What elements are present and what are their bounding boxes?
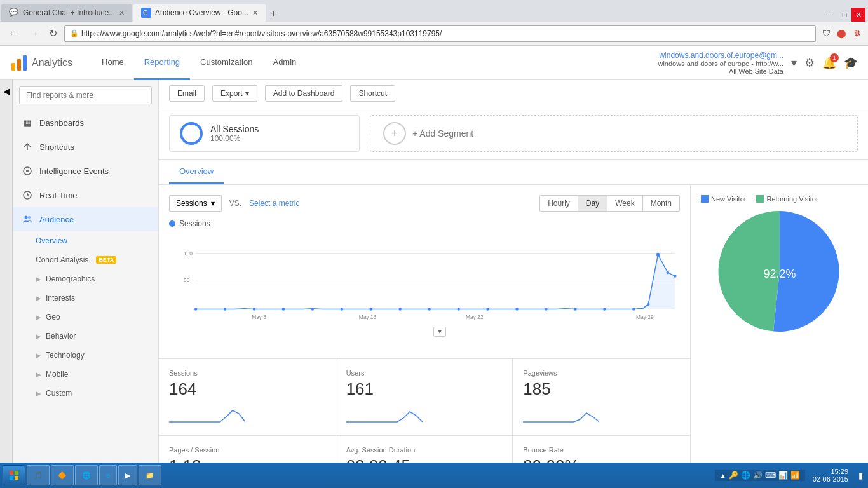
sidebar-sub-custom-label: Custom [46,389,72,398]
overview-tabs: Overview [159,160,868,185]
taskbar: 🎵 🔶 🌐 e ▶ 📁 ▲ 🔑 🌐 🔊 ⌨ 📊 📶 [0,463,868,488]
extension-icon-2[interactable]: ⬤ [835,27,848,40]
time-btn-hourly[interactable]: Hourly [540,196,578,211]
ga-logo: Analytics [10,54,72,72]
metric-title-sessions: Sessions [169,369,325,377]
sparkline-users [346,404,423,423]
shortcut-button[interactable]: Shortcut [350,85,395,102]
add-segment-box[interactable]: + + Add Segment [370,115,858,152]
metric-title-bounce-rate: Bounce Rate [523,446,680,454]
chart-scroll-button[interactable]: ▼ [433,327,446,337]
forward-button[interactable]: → [25,27,42,41]
export-button[interactable]: Export ▾ [212,85,257,102]
tab-favicon-1: 💬 [9,8,19,18]
intelligence-icon [22,165,33,177]
metric-value-pageviews: 185 [523,379,680,399]
nav-admin[interactable]: Admin [262,46,306,80]
sidebar-sub-interests[interactable]: ▶ Interests [13,288,158,308]
overview-tab[interactable]: Overview [169,160,224,184]
nav-customization[interactable]: Customization [190,46,262,80]
sidebar-item-audience[interactable]: Audience [13,207,158,231]
toolbar: Email Export ▾ Add to Dashboard Shortcut [159,80,868,107]
ga-logo-text: Analytics [32,57,72,69]
browser-tab-2[interactable]: G Audience Overview - Goo... ✕ [133,4,266,22]
settings-icon[interactable]: ⚙ [804,56,815,70]
show-desktop-button[interactable]: ▮ [856,471,865,480]
svg-point-24 [428,308,431,311]
metric-title-pages-session: Pages / Session [169,446,325,454]
time-btn-week[interactable]: Week [607,196,642,211]
add-dashboard-button[interactable]: Add to Dashboard [265,85,343,102]
taskbar-item-files[interactable]: 📁 [139,465,161,485]
sys-tray-icon-4: ⌨ [765,471,776,480]
tab-close-1[interactable]: ✕ [119,9,125,17]
refresh-button[interactable]: ↻ [46,26,60,41]
sidebar-sub-mobile[interactable]: ▶ Mobile [13,365,158,384]
taskbar-item-chat[interactable]: 🎵 [27,465,50,485]
sidebar-sub-geo[interactable]: ▶ Geo [13,308,158,327]
sidebar-sub-cohort[interactable]: Cohort Analysis BETA [13,250,158,269]
notification-badge[interactable]: 🔔 1 [822,56,836,70]
chart-legend: Sessions [169,219,680,228]
nav-home[interactable]: Home [92,46,134,80]
metric-selector[interactable]: Sessions ▾ [169,195,222,212]
taskbar-item-ie[interactable]: e [99,465,117,485]
taskbar-clock: 15:29 [813,468,848,475]
sidebar-item-intelligence[interactable]: Intelligence Events [13,159,158,183]
extension-icon-1[interactable]: 🛡 [820,27,832,40]
close-button[interactable]: ✕ [851,8,865,22]
sidebar-item-dashboards[interactable]: ▦ Dashboards [13,111,158,135]
email-button[interactable]: Email [169,85,205,102]
sidebar-search-container [13,80,158,111]
sidebar-sub-mobile-label: Mobile [46,370,68,379]
sidebar-sub-behavior[interactable]: ▶ Behavior [13,327,158,346]
sidebar-item-shortcuts[interactable]: Shortcuts [13,135,158,159]
user-info[interactable]: windows.and.doors.of.europe@gm... window… [658,51,783,75]
graduation-icon[interactable]: 🎓 [844,56,858,70]
new-tab-button[interactable]: + [266,5,281,22]
svg-point-26 [486,308,489,311]
sidebar-toggle[interactable]: ◀ [0,80,13,463]
minimize-button[interactable]: ─ [824,8,837,22]
beta-badge: BETA [96,256,116,264]
tab-close-2[interactable]: ✕ [252,9,258,17]
sidebar-search-input[interactable] [19,86,152,104]
taskbar-item-vlc[interactable]: 🔶 [51,465,74,485]
svg-rect-41 [10,471,13,475]
sidebar-sub-behavior-label: Behavior [46,332,76,341]
svg-text:May 8: May 8 [252,314,266,320]
start-button[interactable] [3,465,25,485]
browser-tab-1[interactable]: 💬 General Chat + Introduce... ✕ [1,4,132,22]
sidebar-sub-cohort-label: Cohort Analysis [36,255,88,264]
app-body: ◀ ▦ Dashboards Shortcuts [0,80,868,463]
metric-card-bounce-rate: Bounce Rate 89.02% [513,436,690,463]
back-button[interactable]: ← [5,27,22,41]
dropdown-icon[interactable]: ▾ [791,56,797,70]
sidebar-item-shortcuts-label: Shortcuts [39,142,74,152]
svg-text:May 29: May 29 [636,314,654,320]
svg-text:May 22: May 22 [466,314,484,320]
taskbar-item-media[interactable]: ▶ [118,465,137,485]
time-btn-day[interactable]: Day [578,196,607,211]
sidebar-item-realtime-label: Real-Time [39,191,77,200]
maximize-button[interactable]: □ [837,8,851,22]
export-label: Export [220,89,243,98]
sidebar-sub-overview[interactable]: Overview [13,231,158,250]
metric-value-users: 161 [346,379,503,399]
time-btn-month[interactable]: Month [643,196,679,211]
sidebar-sub-demographics[interactable]: ▶ Demographics [13,269,158,288]
pie-legend-returning-label: Returning Visitor [766,195,818,203]
sidebar-item-realtime[interactable]: Real-Time [13,183,158,207]
sidebar-sub-technology[interactable]: ▶ Technology [13,346,158,365]
address-bar-input[interactable]: 🔒 https://www.google.com/analytics/web/?… [64,25,816,42]
taskbar-item-chrome[interactable]: 🌐 [75,465,98,485]
chart-controls: Sessions ▾ VS. Select a metric Hourly Da… [169,195,680,212]
extension-icon-3[interactable]: 𝕻 [850,27,863,40]
sidebar-sub-custom[interactable]: ▶ Custom [13,384,158,403]
nav-reporting[interactable]: Reporting [134,46,190,80]
sys-tray-up-icon[interactable]: ▲ [720,472,726,479]
select-metric-link[interactable]: Select a metric [249,199,299,208]
add-segment-icon: + [383,122,406,145]
taskbar-item-media-icon: ▶ [125,471,130,480]
user-site: windows and doors of europe - http://w..… [658,60,783,67]
